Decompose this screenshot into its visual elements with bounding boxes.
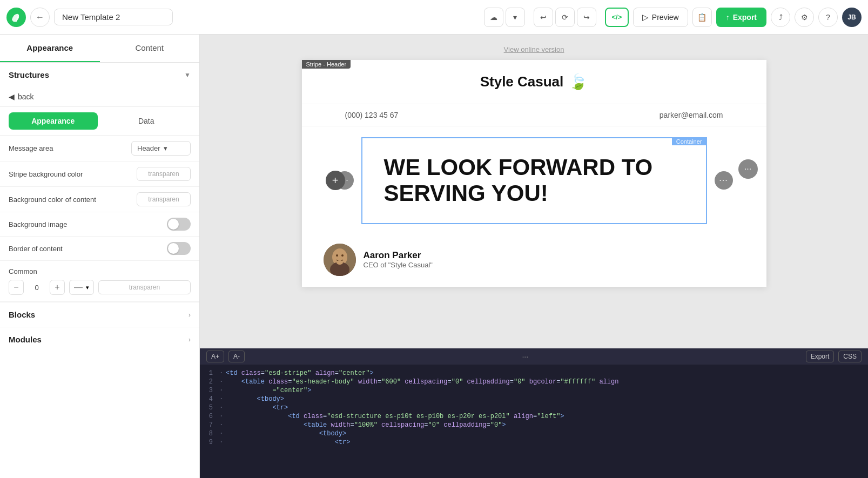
message-area-row: Message area Header ▾ xyxy=(0,136,199,161)
redo-button[interactable]: ↪ xyxy=(577,8,596,27)
border-content-toggle-knob xyxy=(168,243,179,254)
structures-chevron-icon: ▼ xyxy=(184,71,191,79)
email-brand: Style Casual 🍃 xyxy=(480,73,588,91)
far-right-menu-button[interactable]: ··· xyxy=(738,159,758,179)
preview-button[interactable]: ▷ Preview xyxy=(633,8,688,27)
structures-section-header[interactable]: Structures ▼ xyxy=(0,63,199,87)
code-button[interactable]: </> xyxy=(605,8,629,27)
stripe-bg-label: Stripe background color xyxy=(9,170,83,178)
topbar: ← ☁ ▾ ↩ ⟳ ↪ </> ▷ Preview 📋 ↑ Export ⤴ ⚙… xyxy=(0,0,868,35)
dropdown-button[interactable]: ▾ xyxy=(506,8,525,27)
bg-image-toggle[interactable] xyxy=(167,218,191,231)
stripe-bg-row: Stripe background color transparen xyxy=(0,161,199,187)
code-line-1: 1 · <td class="esd-stripe" align="center… xyxy=(200,369,868,378)
modules-chevron-icon: › xyxy=(189,336,191,344)
panel-tab-appearance[interactable]: Appearance xyxy=(9,112,98,130)
history-group: ↩ ⟳ ↪ xyxy=(534,8,596,27)
cloud-save-button[interactable]: ☁ xyxy=(484,8,503,27)
share-button[interactable]: ⤴ xyxy=(771,8,790,27)
save-clipboard-button[interactable]: 📋 xyxy=(692,8,712,27)
context-menu-right-button[interactable]: ··· xyxy=(715,171,733,190)
line-style-icon: — xyxy=(74,282,83,292)
border-content-row: Border of content xyxy=(0,237,199,261)
select-chevron-icon: ▾ xyxy=(164,144,167,152)
history-button[interactable]: ⟳ xyxy=(555,8,575,27)
message-area-select[interactable]: Header ▾ xyxy=(131,141,191,156)
author-info: Aaron Parker CEO of "Style Casual" xyxy=(364,250,433,269)
stepper-decrease-button[interactable]: − xyxy=(9,280,24,295)
stripe-header-badge: Stripe - Header xyxy=(302,60,351,69)
author-name-text: Aaron Parker xyxy=(364,250,433,261)
code-line-8: 8 · <tbody> xyxy=(200,429,868,438)
view-online-link[interactable]: View online version xyxy=(504,45,564,53)
undo-button[interactable]: ↩ xyxy=(534,8,553,27)
headline-line1: WE LOOK FORWARD TO xyxy=(384,154,684,180)
phone-text: (000) 123 45 67 xyxy=(345,111,399,119)
bg-content-row: Background color of content transparen xyxy=(0,187,199,212)
code-toolbar: A+ A- ··· Export CSS xyxy=(200,348,868,365)
help-button[interactable]: ? xyxy=(818,8,838,27)
container-area: Container ··· WE LOOK FORWARD TO SERVING… xyxy=(361,137,707,224)
topbar-back-button[interactable]: ← xyxy=(30,8,50,27)
canvas-area: View online version Stripe - Header Styl… xyxy=(200,35,868,348)
line-style-chevron-icon: ▾ xyxy=(86,284,89,291)
font-increase-button[interactable]: A+ xyxy=(206,351,224,362)
headline-line2: SERVING YOU! xyxy=(384,180,684,206)
avatar-button[interactable]: JB xyxy=(842,8,862,27)
settings-button[interactable]: ⚙ xyxy=(795,8,814,27)
svg-point-3 xyxy=(336,254,338,257)
border-content-label: Border of content xyxy=(9,245,63,253)
message-area-label: Message area xyxy=(9,144,53,152)
code-export-button[interactable]: Export xyxy=(806,351,835,362)
blocks-chevron-icon: › xyxy=(189,311,191,319)
back-label: back xyxy=(18,92,34,101)
email-header: Style Casual 🍃 xyxy=(302,60,766,104)
code-line-9: 9 · <tr> xyxy=(200,438,868,447)
email-preview: Stripe - Header Style Casual 🍃 (000) 123… xyxy=(302,60,766,287)
export-button[interactable]: ↑ Export xyxy=(716,8,766,27)
font-decrease-button[interactable]: A- xyxy=(228,351,245,362)
stepper-value: 0 xyxy=(28,284,45,292)
stripe-bg-color-input[interactable]: transparen xyxy=(137,167,191,181)
author-row: Aaron Parker CEO of "Style Casual" xyxy=(302,235,766,285)
container-wrapper: + Container ··· WE LOOK FORWARD TO SERVI… xyxy=(302,126,766,235)
panel-tab-data[interactable]: Data xyxy=(102,112,191,130)
modules-label: Modules xyxy=(9,335,42,344)
svg-point-4 xyxy=(341,254,344,257)
code-line-2: 2 · <table class="es-header-body" width=… xyxy=(200,378,868,386)
code-line-6: 6 · <td class="esd-structure es-p10t es-… xyxy=(200,412,868,421)
author-avatar xyxy=(324,244,356,276)
template-name-input[interactable] xyxy=(54,9,173,25)
css-button[interactable]: CSS xyxy=(838,351,862,362)
logo-icon[interactable] xyxy=(6,8,26,27)
email-contact-row: (000) 123 45 67 parker@email.com xyxy=(302,104,766,126)
bg-content-color-input[interactable]: transparen xyxy=(137,192,191,206)
common-color-input[interactable]: transparen xyxy=(98,280,191,294)
code-panel: A+ A- ··· Export CSS 1 · <td class="esd-… xyxy=(200,348,868,478)
code-line-3: 3 · ="center"> xyxy=(200,386,868,395)
modules-section[interactable]: Modules › xyxy=(0,327,199,352)
tab-content[interactable]: Content xyxy=(100,35,200,62)
panel-tab-bar: Appearance Data xyxy=(0,107,199,136)
line-style-selector[interactable]: — ▾ xyxy=(69,280,94,295)
back-arrow-icon: ◀ xyxy=(9,92,15,101)
back-link[interactable]: ◀ back xyxy=(0,87,199,107)
blocks-section[interactable]: Blocks › xyxy=(0,302,199,327)
code-line-7: 7 · <table width="100%" cellspacing="0" … xyxy=(200,421,868,429)
right-area: View online version Stripe - Header Styl… xyxy=(200,35,868,478)
border-content-toggle[interactable] xyxy=(167,242,191,255)
blocks-label: Blocks xyxy=(9,310,35,319)
brand-leaf-icon: 🍃 xyxy=(569,73,588,91)
stepper-increase-button[interactable]: + xyxy=(50,280,65,295)
main-tab-bar: Appearance Content xyxy=(0,35,199,63)
add-block-button[interactable]: + xyxy=(326,171,345,190)
bg-image-label: Background image xyxy=(9,220,67,228)
brand-name-text: Style Casual xyxy=(480,73,564,90)
cloud-save-group: ☁ ▾ xyxy=(484,8,525,27)
bg-content-label: Background color of content xyxy=(9,196,96,204)
common-section: Common − 0 + — ▾ transparen xyxy=(0,261,199,302)
bg-image-toggle-knob xyxy=(168,219,179,230)
tab-appearance[interactable]: Appearance xyxy=(0,35,100,62)
common-section-label: Common xyxy=(9,267,191,275)
code-content: 1 · <td class="esd-stripe" align="center… xyxy=(200,365,868,478)
